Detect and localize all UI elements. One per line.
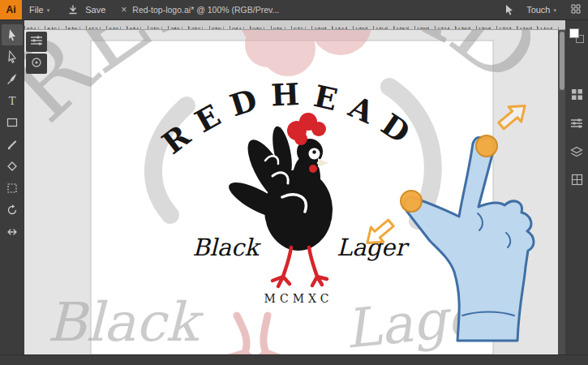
panel-grid-button[interactable] <box>564 0 588 19</box>
workspace-grid-icon <box>571 4 581 15</box>
tools-panel: T <box>0 20 24 354</box>
circle-icon <box>31 57 42 71</box>
save-icon <box>64 0 82 19</box>
swatches-panel-button[interactable] <box>566 85 587 106</box>
close-icon[interactable]: × <box>121 5 127 15</box>
document-tab-title: Red-top-logo.ai* @ 100% (RGB/Prev... <box>132 5 279 15</box>
direct-selection-tool[interactable] <box>2 46 23 67</box>
workspace-switcher[interactable]: Touch ▾ <box>519 0 564 19</box>
swatches-icon <box>571 88 583 103</box>
document-tab[interactable]: × Red-top-logo.ai* @ 100% (RGB/Prev... <box>113 0 287 19</box>
horizontal-ruler[interactable]: 5045405766126486847207567928288649009369… <box>24 20 565 30</box>
shaper-tool[interactable] <box>2 156 23 177</box>
app-icon[interactable]: Ai <box>0 0 22 19</box>
workspace-label: Touch <box>526 5 550 15</box>
touch-pointer-icon <box>500 0 519 19</box>
ruler-tick-labels: 5045405766126486847207567928288649009369… <box>24 20 565 29</box>
selection-tool[interactable] <box>2 24 23 45</box>
artboard-tool[interactable] <box>2 112 23 133</box>
layers-icon <box>570 145 583 161</box>
save-button[interactable]: Save <box>57 0 113 19</box>
illustrator-window: Ai File ▾ Save × Red-top-logo.ai* @ 100%… <box>0 0 588 365</box>
document-canvas[interactable]: REDHEAD Black Lager <box>24 30 558 354</box>
scrollbar-thumb[interactable] <box>560 32 564 90</box>
file-menu-label: File <box>29 5 44 15</box>
artboards-panel-button[interactable] <box>566 170 587 191</box>
adjustments-panel-tab[interactable] <box>26 32 47 52</box>
type-tool[interactable]: T <box>2 90 23 111</box>
vertical-scrollbar[interactable] <box>558 30 565 354</box>
sliders-icon <box>570 118 583 131</box>
reflect-tool[interactable] <box>2 221 23 243</box>
panels-dock <box>565 20 588 354</box>
fill-color-icon[interactable] <box>569 28 579 38</box>
sliders-icon <box>30 35 43 49</box>
layers-panel-button[interactable] <box>566 142 587 163</box>
free-transform-tool[interactable] <box>2 178 23 199</box>
ghost-word-black: Black <box>47 291 204 354</box>
pencil-tool[interactable] <box>2 134 23 155</box>
rooster-eye <box>312 150 315 153</box>
svg-text:T: T <box>9 95 16 107</box>
save-label: Save <box>85 5 105 15</box>
paintbrush-tool[interactable] <box>2 68 23 89</box>
adjustments-panel-button[interactable] <box>566 114 587 135</box>
canvas-area[interactable]: REDHEAD Black Lager <box>24 30 558 354</box>
application-bar: Ai File ▾ Save × Red-top-logo.ai* @ 100%… <box>0 0 588 20</box>
file-menu[interactable]: File ▾ <box>22 0 57 19</box>
logo-year: MCMXC <box>264 292 333 305</box>
logo-word-black: Black <box>192 234 261 261</box>
app-icon-label: Ai <box>6 4 16 15</box>
status-bar <box>0 354 588 365</box>
chevron-down-icon: ▾ <box>47 7 50 13</box>
fill-stroke-indicator[interactable] <box>569 28 584 43</box>
collapsed-panel-tabs <box>26 32 47 74</box>
artboards-icon <box>571 174 583 188</box>
rotate-tool[interactable] <box>2 200 23 221</box>
chevron-down-icon: ▾ <box>553 7 556 13</box>
color-panel-tab[interactable] <box>26 54 47 74</box>
